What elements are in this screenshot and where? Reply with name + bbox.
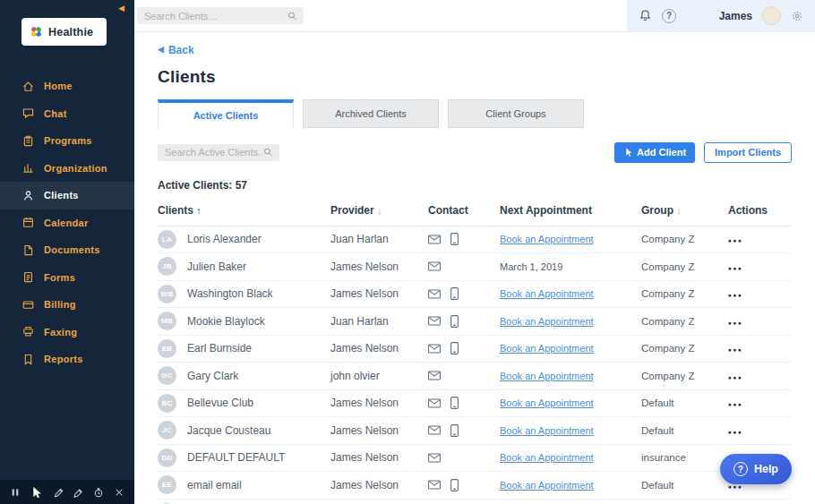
- table-row[interactable]: JB Julien Baker James Nelson March 1, 20…: [158, 253, 792, 281]
- table-row[interactable]: EE email email James Nelson Book an Appo…: [158, 472, 792, 500]
- sidebar-item-home[interactable]: Home: [0, 73, 134, 100]
- row-actions-icon[interactable]: [728, 237, 743, 243]
- sidebar-item-clients[interactable]: Clients: [0, 182, 134, 209]
- appointment-link[interactable]: Book an Appointment: [500, 343, 594, 354]
- pencil-tool[interactable]: [53, 487, 64, 498]
- phone-icon[interactable]: [450, 424, 459, 437]
- pause-tool[interactable]: [10, 487, 21, 498]
- tab-archived-clients[interactable]: Archived Clients: [303, 99, 439, 128]
- phone-icon[interactable]: [450, 287, 459, 300]
- email-icon[interactable]: [428, 289, 441, 299]
- phone-icon[interactable]: [450, 479, 459, 491]
- sidebar-item-label: Calendar: [44, 218, 88, 228]
- table-row[interactable]: [158, 500, 792, 504]
- logo-text: Healthie: [48, 26, 93, 38]
- user-avatar[interactable]: [762, 6, 781, 25]
- column-header-provider[interactable]: Provider ↓: [330, 204, 428, 217]
- sidebar-item-billing[interactable]: Billing: [0, 291, 134, 319]
- phone-icon[interactable]: [450, 315, 459, 328]
- help-button[interactable]: ? Help: [720, 454, 792, 484]
- sidebar-item-chat[interactable]: Chat: [0, 100, 134, 128]
- appointment-link[interactable]: Book an Appointment: [500, 371, 594, 381]
- marker-tool[interactable]: [73, 487, 83, 498]
- table-header: Clients ↑Provider ↓ContactNext Appointme…: [158, 201, 792, 226]
- timer-tool[interactable]: [93, 487, 104, 498]
- table-row[interactable]: BC Bellevue Club James Nelson Book an Ap…: [158, 390, 792, 418]
- sidebar-item-programs[interactable]: Programs: [0, 127, 134, 155]
- client-name: email email: [187, 479, 242, 491]
- client-cell: JC Jacque Cousteau: [158, 421, 330, 440]
- phone-icon[interactable]: [450, 397, 459, 409]
- email-icon[interactable]: [428, 316, 441, 326]
- pencil-icon: [53, 487, 64, 498]
- import-clients-button[interactable]: Import Clients: [704, 142, 792, 163]
- row-actions-icon[interactable]: [728, 401, 743, 407]
- client-name: Mookie Blaylock: [187, 315, 265, 328]
- appointment-link[interactable]: Book an Appointment: [500, 316, 594, 327]
- client-avatar: DD: [158, 448, 176, 467]
- appointment-link[interactable]: Book an Appointment: [500, 425, 594, 436]
- appointment-cell: March 1, 2019: [500, 261, 641, 273]
- sort-down-icon: ↓: [676, 205, 682, 216]
- row-actions-icon[interactable]: [728, 374, 743, 380]
- email-icon[interactable]: [428, 453, 441, 463]
- phone-icon[interactable]: [450, 342, 459, 355]
- client-cell: MB Mookie Blaylock: [158, 312, 330, 330]
- user-name[interactable]: James: [719, 10, 752, 22]
- appointment-link[interactable]: Book an Appointment: [500, 234, 594, 244]
- cursor-tool[interactable]: [30, 486, 43, 499]
- row-actions-icon[interactable]: [728, 429, 743, 435]
- table-row[interactable]: EB Earl Burnside James Nelson Book an Ap…: [158, 336, 792, 363]
- table-row[interactable]: JC Jacque Cousteau James Nelson Book an …: [158, 417, 792, 445]
- table-row[interactable]: LA Loris Alexander Juan Harlan Book an A…: [158, 226, 792, 254]
- email-icon[interactable]: [428, 261, 441, 271]
- tab-client-groups[interactable]: Client Groups: [448, 99, 584, 128]
- sidebar-item-reports[interactable]: Reports: [0, 346, 134, 373]
- sidebar-collapse-icon[interactable]: ◀: [118, 4, 124, 13]
- appointment-link[interactable]: Book an Appointment: [500, 480, 594, 491]
- client-group: Default: [641, 480, 728, 491]
- column-header-clients[interactable]: Clients ↑: [158, 204, 330, 217]
- email-icon[interactable]: [428, 235, 441, 244]
- client-group: Company Z: [641, 343, 728, 354]
- sidebar-item-forms[interactable]: Forms: [0, 264, 134, 292]
- help-circle-icon[interactable]: ?: [662, 9, 676, 23]
- bell-icon[interactable]: [639, 9, 652, 22]
- row-actions-icon[interactable]: [728, 320, 743, 326]
- healthie-logo[interactable]: Healthie: [21, 18, 107, 46]
- client-cell: EE email email: [158, 475, 330, 494]
- sidebar-item-organization[interactable]: Organization: [0, 155, 134, 183]
- sidebar-item-calendar[interactable]: Calendar: [0, 209, 134, 237]
- row-actions-icon[interactable]: [728, 265, 743, 271]
- email-icon[interactable]: [428, 398, 441, 408]
- global-search-input[interactable]: [137, 7, 304, 24]
- appointment-link[interactable]: Book an Appointment: [500, 288, 594, 299]
- gear-icon[interactable]: [791, 10, 803, 22]
- add-client-button[interactable]: Add Client: [614, 142, 695, 163]
- client-search-input[interactable]: [158, 144, 279, 161]
- back-link[interactable]: ◀ Back: [158, 44, 194, 56]
- close-tool[interactable]: [114, 487, 124, 498]
- table-row[interactable]: WB Washington Black James Nelson Book an…: [158, 281, 792, 309]
- email-icon[interactable]: [428, 425, 441, 435]
- phone-icon[interactable]: [450, 233, 459, 245]
- email-icon[interactable]: [428, 344, 441, 354]
- sidebar-item-faxing[interactable]: Faxing: [0, 319, 134, 346]
- row-actions-icon[interactable]: [728, 292, 743, 298]
- appointment-link[interactable]: Book an Appointment: [500, 452, 594, 463]
- column-header-group[interactable]: Group ↓: [641, 204, 728, 217]
- table-row[interactable]: GC Gary Clark john olvier Book an Appoin…: [158, 363, 792, 390]
- email-icon[interactable]: [428, 371, 441, 380]
- mouse-cursor-icon: [623, 147, 634, 158]
- actions-cell: [728, 233, 792, 245]
- row-actions-icon[interactable]: [728, 346, 743, 353]
- sidebar-item-documents[interactable]: Documents: [0, 236, 134, 264]
- table-row[interactable]: MB Mookie Blaylock Juan Harlan Book an A…: [158, 308, 792, 336]
- search-icon: [263, 148, 273, 158]
- appointment-cell: Book an Appointment: [500, 397, 641, 409]
- email-icon[interactable]: [428, 480, 441, 490]
- appointment-link[interactable]: Book an Appointment: [500, 397, 594, 408]
- table-row[interactable]: DD DEFAULT DEFAULT James Nelson Book an …: [158, 445, 792, 473]
- column-header-actions: Actions: [728, 204, 792, 217]
- tab-active-clients[interactable]: Active Clients: [158, 99, 294, 128]
